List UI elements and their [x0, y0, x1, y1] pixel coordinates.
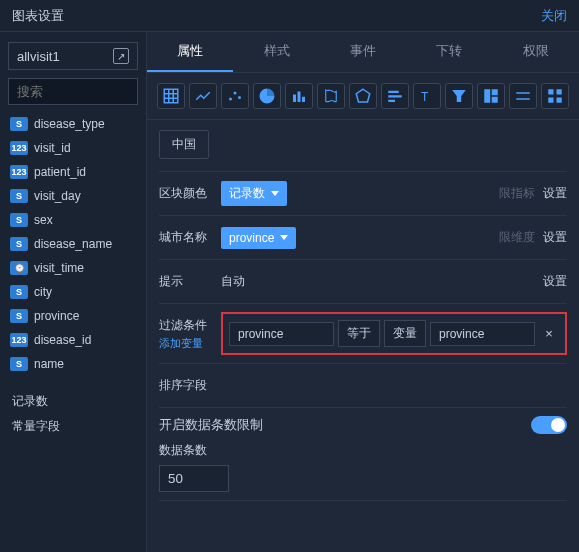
svg-rect-13: [388, 95, 402, 97]
tab-2[interactable]: 事件: [320, 32, 406, 72]
svg-rect-0: [164, 89, 178, 103]
chart-type-range-icon[interactable]: [509, 83, 537, 109]
limit-count-input[interactable]: [159, 465, 229, 492]
limit-toggle-label: 开启数据条数限制: [159, 416, 263, 434]
field-label: sex: [34, 213, 53, 227]
city-name-settings[interactable]: 设置: [543, 229, 567, 246]
svg-rect-23: [557, 89, 562, 94]
city-name-hint: 限维度: [499, 229, 535, 246]
chart-type-hbar-icon[interactable]: [381, 83, 409, 109]
svg-marker-11: [356, 89, 370, 102]
chevron-down-icon: [280, 235, 288, 240]
field-sex[interactable]: Ssex: [8, 209, 138, 231]
extra-item[interactable]: 常量字段: [12, 414, 138, 439]
extra-item[interactable]: 记录数: [12, 389, 138, 414]
tab-3[interactable]: 下转: [406, 32, 492, 72]
chart-type-map-icon[interactable]: [317, 83, 345, 109]
field-visit_time[interactable]: ⌚visit_time: [8, 257, 138, 279]
sort-label: 排序字段: [159, 377, 221, 394]
chart-type-text-icon[interactable]: T: [413, 83, 441, 109]
field-label: visit_day: [34, 189, 81, 203]
field-label: visit_id: [34, 141, 71, 155]
field-type-icon: S: [10, 213, 28, 227]
filter-condition: province 等于 变量 province ×: [221, 312, 567, 355]
limit-toggle[interactable]: [531, 416, 567, 434]
field-disease_type[interactable]: Sdisease_type: [8, 113, 138, 135]
svg-point-5: [229, 98, 232, 101]
field-label: city: [34, 285, 52, 299]
field-type-icon: 123: [10, 333, 28, 347]
search-input[interactable]: [8, 78, 138, 105]
filter-op[interactable]: 等于: [338, 320, 380, 347]
tab-0[interactable]: 属性: [147, 32, 233, 72]
svg-marker-16: [452, 90, 466, 102]
field-type-icon: 123: [10, 141, 28, 155]
tooltip-input[interactable]: [221, 271, 543, 293]
svg-rect-19: [492, 97, 498, 103]
field-label: visit_time: [34, 261, 84, 275]
filter-type[interactable]: 变量: [384, 320, 426, 347]
field-type-icon: S: [10, 357, 28, 371]
chevron-down-icon: [271, 191, 279, 196]
svg-rect-22: [548, 89, 553, 94]
chart-type-table-icon[interactable]: [157, 83, 185, 109]
field-type-icon: S: [10, 285, 28, 299]
block-color-settings[interactable]: 设置: [543, 185, 567, 202]
block-color-dropdown[interactable]: 记录数: [221, 181, 287, 206]
filter-label: 过滤条件: [159, 318, 207, 332]
svg-point-7: [238, 96, 241, 99]
filter-add-var[interactable]: 添加变量: [159, 336, 221, 351]
field-type-icon: S: [10, 117, 28, 131]
dataset-header[interactable]: allvisit1 ↗: [8, 42, 138, 70]
field-visit_day[interactable]: Svisit_day: [8, 185, 138, 207]
expand-icon[interactable]: ↗: [113, 48, 129, 64]
filter-remove-icon[interactable]: ×: [539, 326, 559, 341]
svg-rect-10: [302, 97, 305, 102]
svg-rect-14: [388, 100, 395, 102]
chart-type-split-icon[interactable]: [477, 83, 505, 109]
chart-type-pie-icon[interactable]: [253, 83, 281, 109]
field-patient_id[interactable]: 123patient_id: [8, 161, 138, 183]
svg-rect-18: [492, 89, 498, 95]
dataset-name: allvisit1: [17, 49, 60, 64]
field-label: patient_id: [34, 165, 86, 179]
field-province[interactable]: Sprovince: [8, 305, 138, 327]
field-disease_name[interactable]: Sdisease_name: [8, 233, 138, 255]
field-disease_id[interactable]: 123disease_id: [8, 329, 138, 351]
field-name[interactable]: Sname: [8, 353, 138, 375]
chart-type-scatter-icon[interactable]: [221, 83, 249, 109]
close-button[interactable]: 关闭: [541, 7, 567, 25]
svg-point-6: [234, 92, 237, 95]
field-label: province: [34, 309, 79, 323]
chart-type-funnel-icon[interactable]: [445, 83, 473, 109]
field-type-icon: S: [10, 189, 28, 203]
field-visit_id[interactable]: 123visit_id: [8, 137, 138, 159]
chart-type-bar-icon[interactable]: [285, 83, 313, 109]
field-label: disease_name: [34, 237, 112, 251]
chart-type-grid-icon[interactable]: [541, 83, 569, 109]
field-type-icon: S: [10, 309, 28, 323]
limit-count-label: 数据条数: [159, 442, 567, 459]
field-city[interactable]: Scity: [8, 281, 138, 303]
field-type-icon: ⌚: [10, 261, 28, 275]
field-type-icon: S: [10, 237, 28, 251]
filter-field[interactable]: province: [229, 322, 334, 346]
field-label: disease_type: [34, 117, 105, 131]
svg-rect-17: [484, 89, 490, 103]
field-label: disease_id: [34, 333, 91, 347]
chart-type-polygon-icon[interactable]: [349, 83, 377, 109]
city-name-dropdown[interactable]: province: [221, 227, 296, 249]
svg-rect-24: [548, 98, 553, 103]
field-type-icon: 123: [10, 165, 28, 179]
tab-1[interactable]: 样式: [233, 32, 319, 72]
chart-type-line-icon[interactable]: [189, 83, 217, 109]
svg-rect-12: [388, 91, 399, 93]
region-chip[interactable]: 中国: [159, 130, 209, 159]
tooltip-settings[interactable]: 设置: [543, 273, 567, 290]
svg-rect-9: [298, 92, 301, 103]
dialog-title: 图表设置: [12, 7, 64, 25]
svg-text:T: T: [421, 90, 429, 104]
filter-var[interactable]: province: [430, 322, 535, 346]
city-name-label: 城市名称: [159, 229, 221, 246]
tab-4[interactable]: 权限: [493, 32, 579, 72]
